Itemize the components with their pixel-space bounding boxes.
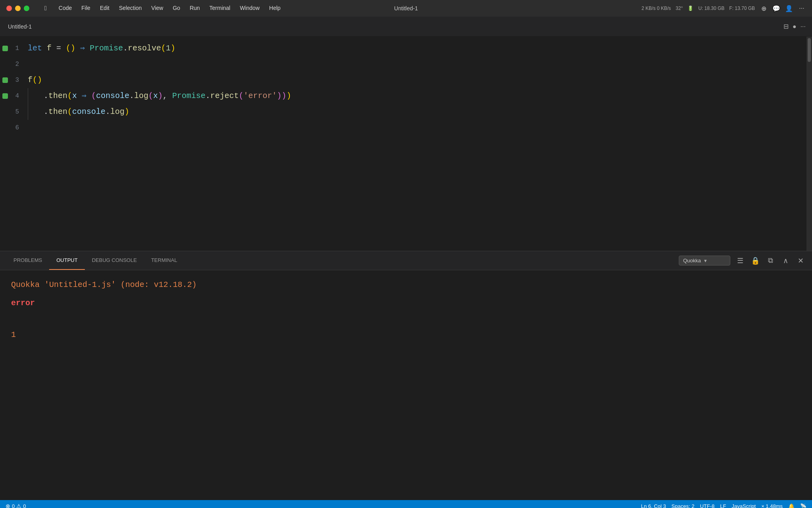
panel: PROBLEMS OUTPUT DEBUG CONSOLE TERMINAL Q… <box>0 251 812 500</box>
titlebar:  Code File Edit Selection View Go Run T… <box>0 0 812 17</box>
output-header: Quokka 'Untitled-1.js' (node: v12.18.2) <box>11 278 801 292</box>
chat-icon: 💬 <box>772 4 780 12</box>
menu-view[interactable]: View <box>147 4 167 13</box>
tab-problems[interactable]: PROBLEMS <box>6 251 49 270</box>
minimize-button[interactable] <box>15 6 21 11</box>
gutter-row-1: 1 <box>0 40 24 56</box>
menu-edit[interactable]: Edit <box>96 4 113 13</box>
output-error: error <box>11 296 801 310</box>
battery-icon: 🔋 <box>688 6 693 11</box>
indentation[interactable]: Spaces: 2 <box>672 503 695 508</box>
network-stats: 2 KB/s 0 KB/s <box>642 6 671 11</box>
close-button[interactable] <box>6 6 12 11</box>
menu-file[interactable]: File <box>77 4 94 13</box>
apple-menu[interactable]:  <box>40 4 51 13</box>
storage-used: U: 18.30 GB <box>698 6 724 11</box>
circle-icon[interactable]: ● <box>793 23 797 30</box>
notifications-icon[interactable]: 🔔 <box>788 503 795 508</box>
gutter-row-6: 6 <box>0 120 24 136</box>
error-count[interactable]: ⊗ 0 ⚠ 0 <box>6 503 26 508</box>
language-text: JavaScript <box>732 503 756 508</box>
warning-icon: ⚠ <box>16 503 21 508</box>
breakpoint-3[interactable] <box>2 77 8 83</box>
lock-icon[interactable]: 🔒 <box>750 256 760 266</box>
editor-toolbar: ⊟ ● ··· <box>783 23 806 30</box>
keyword-let: let <box>28 40 42 56</box>
menu-window[interactable]: Window <box>236 4 264 13</box>
tab-terminal[interactable]: TERMINAL <box>144 251 184 270</box>
menu-selection[interactable]: Selection <box>115 4 146 13</box>
position-text: Ln 6, Col 3 <box>641 503 666 508</box>
signal-icon: 📡 <box>800 503 806 508</box>
menu-terminal[interactable]: Terminal <box>205 4 234 13</box>
more-actions-icon[interactable]: ··· <box>801 23 806 30</box>
line-number-5: 5 <box>15 108 22 115</box>
scrollbar-thumb[interactable] <box>808 38 811 62</box>
cursor-position[interactable]: Ln 6, Col 3 <box>641 503 666 508</box>
spaces-text: Spaces: 2 <box>672 503 695 508</box>
language-mode[interactable]: JavaScript <box>732 503 756 508</box>
encoding-text: UTF-8 <box>700 503 714 508</box>
titlebar-right: 2 KB/s 0 KB/s 32° 🔋 U: 18.30 GB F: 13.70… <box>642 4 806 12</box>
code-line-4: . then ( x ⇒ ( console . log ( x ) , Pro… <box>28 88 812 104</box>
menu-code[interactable]: Code <box>55 4 76 13</box>
temperature: 32° <box>676 6 683 11</box>
var-f: f <box>47 40 52 56</box>
storage-free: F: 13.70 GB <box>729 6 755 11</box>
panel-content: Quokka 'Untitled-1.js' (node: v12.18.2) … <box>0 270 812 500</box>
clear-output-icon[interactable]: ☰ <box>735 256 745 266</box>
menu-go[interactable]: Go <box>169 4 184 13</box>
line-number-2: 2 <box>15 61 22 68</box>
tab-output[interactable]: OUTPUT <box>49 251 84 270</box>
line-number-6: 6 <box>15 124 22 131</box>
editor-scrollbar[interactable] <box>806 37 812 251</box>
status-bar: ⊗ 0 ⚠ 0 Ln 6, Col 3 Spaces: 2 UTF-8 LF J… <box>0 500 812 508</box>
close-panel-icon[interactable]: ✕ <box>795 256 806 266</box>
breakpoint-1[interactable] <box>2 46 8 51</box>
editor-area: 1 2 3 4 5 6 let f = () ⇒ <box>0 37 812 251</box>
menu-help[interactable]: Help <box>265 4 285 13</box>
performance: × 1.48ms <box>761 503 783 508</box>
error-icon: ⊗ <box>6 503 10 508</box>
breakpoint-4[interactable] <box>2 93 8 99</box>
menu-run[interactable]: Run <box>186 4 204 13</box>
code-line-5: . then ( console . log ) <box>28 104 812 120</box>
user-icon: 👤 <box>785 4 793 12</box>
more-icon[interactable]: ··· <box>798 4 806 12</box>
error-number: 0 <box>12 503 15 508</box>
tab-label: Untitled-1 <box>8 23 32 30</box>
performance-text: × 1.48ms <box>761 503 783 508</box>
gutter-row-3: 3 <box>0 72 24 88</box>
editor-gutter: 1 2 3 4 5 6 <box>0 37 24 251</box>
active-tab[interactable]: Untitled-1 <box>6 23 33 30</box>
output-source-dropdown[interactable]: Quokka ▼ <box>679 256 730 266</box>
airdrop-icon: ⊕ <box>760 4 768 12</box>
panel-tabbar: PROBLEMS OUTPUT DEBUG CONSOLE TERMINAL Q… <box>0 251 812 270</box>
warning-number: 0 <box>23 503 26 508</box>
line-ending[interactable]: LF <box>720 503 726 508</box>
tab-debug-console[interactable]: DEBUG CONSOLE <box>85 251 144 270</box>
file-encoding[interactable]: UTF-8 <box>700 503 714 508</box>
collapse-panel-icon[interactable]: ∧ <box>780 256 791 266</box>
output-number: 1 <box>11 328 801 342</box>
traffic-lights <box>6 6 29 11</box>
code-line-6 <box>28 120 812 136</box>
gutter-row-5: 5 <box>0 104 24 120</box>
gutter-row-4: 4 <box>0 88 24 104</box>
split-editor-icon[interactable]: ⊟ <box>783 23 789 30</box>
copy-icon[interactable]: ⧉ <box>765 256 776 266</box>
broadcast-icon[interactable]: 📡 <box>800 503 806 508</box>
line-ending-text: LF <box>720 503 726 508</box>
dropdown-value: Quokka <box>683 258 701 264</box>
chevron-down-icon: ▼ <box>703 258 708 263</box>
panel-tabs-left: PROBLEMS OUTPUT DEBUG CONSOLE TERMINAL <box>6 251 184 270</box>
code-line-2 <box>28 56 812 72</box>
status-left: ⊗ 0 ⚠ 0 <box>6 503 26 508</box>
code-line-3: f () <box>28 72 812 88</box>
line-number-3: 3 <box>15 77 22 84</box>
titlebar-left:  Code File Edit Selection View Go Run T… <box>6 4 285 13</box>
maximize-button[interactable] <box>24 6 29 11</box>
gutter-row-2: 2 <box>0 56 24 72</box>
code-editor[interactable]: let f = () ⇒ Promise . resolve ( 1 ) f (… <box>24 37 812 251</box>
window-title: Untitled-1 <box>394 5 418 12</box>
